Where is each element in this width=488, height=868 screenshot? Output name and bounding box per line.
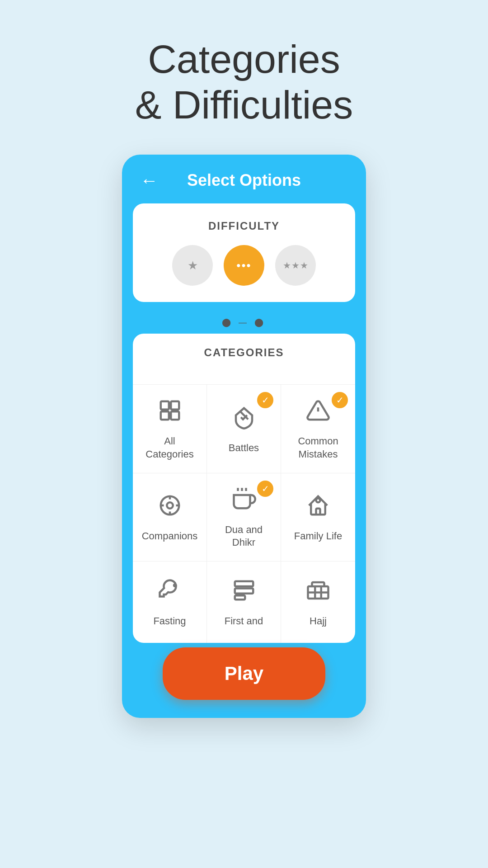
- check-badge-dua: ✓: [257, 481, 273, 497]
- categories-header: CATEGORIES: [133, 334, 355, 385]
- category-all[interactable]: All Categories: [133, 385, 207, 473]
- all-categories-icon: [158, 398, 182, 428]
- screen-title: Select Options: [187, 171, 301, 190]
- battles-icon: [232, 405, 256, 434]
- page-title: Categories & Difficulties: [135, 36, 353, 127]
- check-badge-battles: ✓: [257, 392, 273, 408]
- svg-rect-2: [160, 412, 169, 420]
- family-life-icon: [306, 493, 330, 523]
- svg-point-16: [316, 498, 320, 502]
- star-icon-easy: ★: [188, 259, 198, 273]
- back-button[interactable]: ←: [140, 171, 158, 189]
- dots-icon-medium: •••: [236, 259, 251, 273]
- svg-rect-1: [171, 401, 179, 410]
- phone-card: ← Select Options DIFFICULTY ★ ••• ★★★ ⬤ …: [122, 155, 366, 717]
- hajj-icon: [306, 578, 330, 608]
- companions-icon: [158, 493, 182, 523]
- category-companions[interactable]: Companions: [133, 473, 207, 561]
- title-line1: Categories: [148, 37, 340, 81]
- svg-rect-0: [160, 401, 169, 410]
- difficulty-easy[interactable]: ★: [172, 245, 213, 286]
- category-all-label: All Categories: [140, 435, 199, 461]
- svg-rect-3: [171, 412, 179, 420]
- category-battles-label: Battles: [229, 442, 259, 455]
- screen-header: ← Select Options: [122, 155, 366, 203]
- category-battles[interactable]: ✓ Battles: [207, 385, 281, 473]
- category-fasting[interactable]: Fasting: [133, 561, 207, 643]
- svg-rect-19: [235, 588, 253, 593]
- category-first-and-label: First and: [225, 615, 263, 628]
- svg-rect-18: [235, 581, 253, 586]
- category-dua-dhikr[interactable]: ✓ Dua and Dhikr: [207, 473, 281, 561]
- category-common-mistakes[interactable]: ✓ Common Mistakes: [281, 385, 355, 473]
- categories-grid: All Categories ✓ Battles: [133, 385, 355, 642]
- common-mistakes-icon: [306, 398, 330, 428]
- difficulty-hard[interactable]: ★★★: [275, 245, 316, 286]
- category-hajj[interactable]: Hajj: [281, 561, 355, 643]
- title-amp: &: [135, 82, 173, 127]
- svg-point-8: [167, 502, 173, 509]
- category-first-and[interactable]: First and: [207, 561, 281, 643]
- difficulty-medium[interactable]: •••: [224, 245, 264, 286]
- category-companions-label: Companions: [142, 530, 198, 543]
- category-common-mistakes-label: Common Mistakes: [288, 435, 348, 461]
- dua-dhikr-icon: [232, 487, 256, 516]
- category-family-life-label: Family Life: [294, 530, 342, 543]
- difficulty-options: ★ ••• ★★★: [146, 245, 342, 286]
- first-and-icon: [232, 578, 256, 608]
- category-dua-dhikr-label: Dua and Dhikr: [214, 524, 273, 549]
- check-badge-common: ✓: [332, 392, 348, 408]
- svg-rect-20: [235, 595, 245, 599]
- stars-icon-hard: ★★★: [283, 260, 309, 271]
- difficulty-label: DIFFICULTY: [146, 220, 342, 232]
- connector-symbol: ⬤ — ⬤: [222, 317, 266, 327]
- categories-card: CATEGORIES All Categories: [133, 334, 355, 642]
- category-hajj-label: Hajj: [310, 615, 327, 628]
- categories-label: CATEGORIES: [145, 346, 343, 359]
- svg-point-17: [174, 584, 176, 586]
- category-fasting-label: Fasting: [153, 615, 186, 628]
- play-button[interactable]: Play: [163, 647, 325, 700]
- difficulty-card: DIFFICULTY ★ ••• ★★★: [133, 203, 355, 302]
- category-family-life[interactable]: Family Life: [281, 473, 355, 561]
- fasting-icon: [158, 578, 182, 608]
- connector: ⬤ — ⬤: [133, 311, 355, 334]
- title-difficulties: Difficulties: [173, 82, 353, 127]
